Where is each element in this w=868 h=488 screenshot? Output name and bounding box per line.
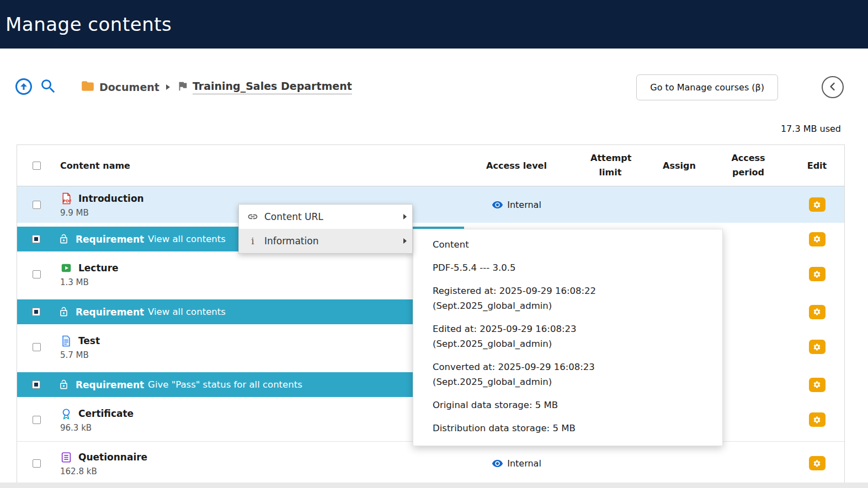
bottom-strip (0, 482, 868, 488)
document-icon (60, 335, 73, 347)
row-checkbox[interactable] (33, 270, 41, 278)
row-checkbox[interactable] (33, 343, 41, 351)
info-line-registered: Registered at: 2025-09-29 16:08:22 (Sept… (433, 283, 703, 313)
page-header: Manage contents (0, 0, 868, 49)
pdf-icon: PDF (60, 192, 73, 205)
content-size: 162.8 kB (60, 466, 147, 476)
requirement-checkbox[interactable] (32, 235, 40, 243)
content-size: 96.3 kB (60, 423, 134, 433)
edit-gear-button[interactable] (809, 305, 826, 319)
content-name: Quetionnaire (78, 452, 147, 463)
edit-gear-button[interactable] (809, 340, 826, 354)
column-header-assign: Assign (652, 160, 707, 171)
eye-icon (492, 458, 503, 469)
info-line-distribution-storage: Distribution data storage: 5 MB (433, 421, 703, 436)
breadcrumb: Document Training_Sales Department (81, 79, 352, 95)
row-checkbox[interactable] (33, 459, 41, 468)
storage-used: 17.3 MB used (781, 124, 841, 134)
requirement-text: View all contents (148, 234, 226, 244)
menu-item-label: Content URL (264, 211, 323, 222)
column-header-attempt-limit: Attempt limit (569, 151, 652, 180)
column-header-content-name: Content name (56, 160, 464, 171)
content-size: 9.9 MB (60, 208, 144, 218)
content-size: 1.3 MB (60, 277, 119, 287)
access-level-value: Internal (507, 200, 541, 210)
svg-text:PDF: PDF (63, 199, 72, 203)
chevron-left-icon (826, 80, 839, 95)
column-header-access-period: Access period (707, 151, 790, 180)
requirement-label: Requirement (76, 379, 144, 390)
requirement-text: Give "Pass" status for all contents (148, 379, 302, 390)
edit-gear-button[interactable] (809, 412, 826, 427)
column-header-access-level: Access level (464, 160, 569, 171)
edit-gear-button[interactable] (809, 267, 826, 281)
access-level-value: Internal (507, 458, 541, 469)
video-icon (60, 262, 73, 274)
content-name: Test (78, 335, 100, 346)
select-all-checkbox[interactable] (33, 162, 41, 170)
column-header-edit: Edit (790, 160, 844, 171)
table-row-introduction[interactable]: PDF Introduction 9.9 MB Internal (17, 186, 844, 223)
table-header-row: Content name Access level Attempt limit … (17, 145, 844, 186)
breadcrumb-current-course[interactable]: Training_Sales Department (193, 80, 352, 94)
breadcrumb-document-link[interactable]: Document (99, 81, 159, 93)
submenu-arrow-icon (403, 214, 407, 219)
edit-gear-button[interactable] (809, 232, 826, 246)
submenu-arrow-icon (403, 238, 407, 244)
info-line-converted: Converted at: 2025-09-29 16:08:23 (Sept.… (433, 360, 703, 389)
back-button[interactable] (822, 76, 844, 98)
table-row-quetionnaire[interactable]: Quetionnaire 162.8 kB Internal (17, 441, 844, 485)
info-line-version: PDF-5.5.4 --- 3.0.5 (433, 260, 703, 275)
info-line-original-storage: Original data storage: 5 MB (433, 398, 703, 412)
search-button[interactable] (39, 77, 57, 97)
row-checkbox[interactable] (33, 416, 41, 424)
manage-contents-page: Manage contents Document Training_Sales … (0, 0, 868, 488)
content-name: Introduction (78, 193, 144, 204)
requirement-label: Requirement (76, 307, 144, 318)
content-name: Lecture (78, 262, 119, 274)
go-to-manage-courses-button[interactable]: Go to Manage courses (β) (636, 74, 778, 100)
link-icon (247, 211, 259, 222)
upload-circle-icon (14, 77, 34, 98)
folder-icon (81, 79, 95, 95)
requirement-band: Requirement Give "Pass" status for all c… (17, 372, 464, 397)
info-icon: i (247, 235, 259, 246)
edit-gear-button[interactable] (809, 456, 826, 470)
row-checkbox[interactable] (33, 201, 41, 209)
menu-item-label: Information (264, 235, 318, 246)
chevron-right-icon (166, 84, 170, 90)
menu-item-content-url[interactable]: Content URL (239, 205, 412, 229)
context-menu: Content URL i Information (238, 204, 413, 254)
questionnaire-icon (60, 451, 73, 464)
flag-icon (177, 80, 189, 94)
certificate-icon (60, 407, 73, 420)
requirement-checkbox[interactable] (32, 380, 40, 389)
eye-icon (492, 199, 503, 211)
menu-item-information[interactable]: i Information (239, 229, 412, 253)
requirement-band: Requirement View all contents (17, 299, 464, 324)
requirement-text: View all contents (148, 307, 226, 317)
page-title: Manage contents (0, 13, 172, 35)
content-size: 5.7 MB (60, 350, 100, 360)
content-name: Certificate (78, 408, 134, 419)
upload-button[interactable] (14, 77, 34, 98)
info-line-edited: Edited at: 2025-09-29 16:08:23 (Sept.202… (433, 321, 703, 351)
edit-gear-button[interactable] (809, 197, 826, 212)
requirement-checkbox[interactable] (32, 308, 40, 316)
lock-open-icon (58, 234, 69, 244)
requirement-label: Requirement (76, 234, 144, 245)
search-icon (39, 77, 57, 97)
lock-open-icon (58, 307, 69, 317)
lock-open-icon (58, 379, 69, 390)
toolbar: Document Training_Sales Department Go to… (14, 73, 851, 101)
information-panel: Content PDF-5.5.4 --- 3.0.5 Registered a… (413, 229, 723, 446)
info-line-content: Content (433, 237, 703, 252)
edit-gear-button[interactable] (809, 378, 826, 392)
